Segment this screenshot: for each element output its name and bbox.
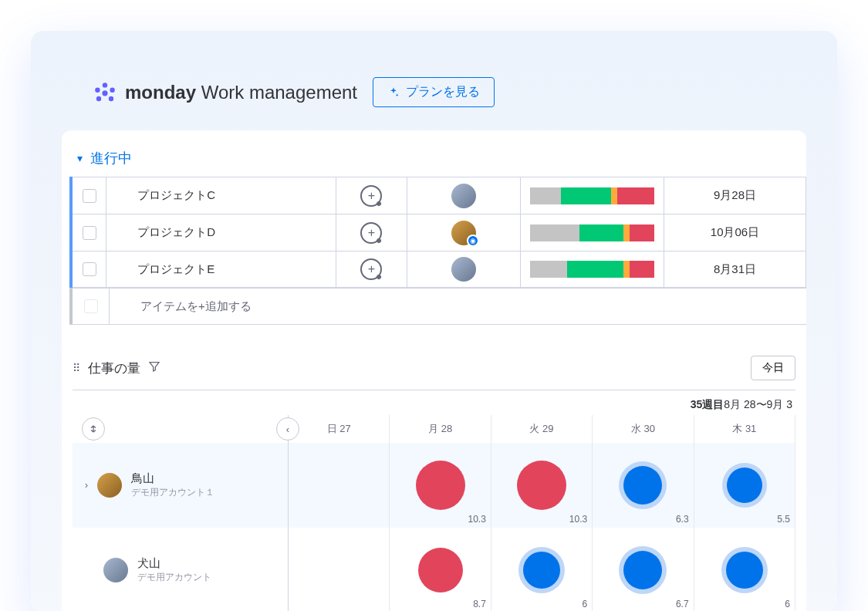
person-cell[interactable]: 犬山 デモ用アカウント (73, 528, 289, 611)
add-comment-icon[interactable]: + (360, 258, 382, 280)
table-row[interactable]: プロジェクトC + 9月28日 (73, 177, 806, 214)
date-cell[interactable]: 9月28日 (664, 177, 806, 214)
workload-row: › 鳥山 デモ用アカウント１ 10.3 10.3 6.3 5.5 (73, 443, 795, 528)
svg-point-3 (96, 96, 101, 100)
person-name: 鳥山 (131, 471, 214, 486)
svg-point-0 (103, 83, 107, 87)
avatar[interactable] (451, 184, 476, 208)
checkbox[interactable] (83, 262, 96, 276)
svg-point-1 (110, 87, 114, 92)
projects-table: プロジェクトC + 9月28日 プロジェクトD + ◉ 10月06日 プロジェク… (69, 177, 806, 288)
bubble-cell[interactable]: 6.3 (593, 443, 694, 528)
bubble-value: 6 (583, 599, 588, 609)
date-header: 火 29 (491, 415, 593, 443)
eye-badge-icon: ◉ (467, 235, 479, 247)
bubble-value: 5.5 (777, 514, 790, 525)
sparkle-icon (387, 86, 400, 99)
checkbox (84, 299, 98, 313)
workload-bubble (418, 548, 463, 592)
workload-bubble (523, 552, 560, 589)
section-title: 進行中 (90, 149, 132, 167)
workload-row: 犬山 デモ用アカウント 8.7 6 6.7 6 (73, 528, 795, 611)
project-name[interactable]: プロジェクトE (106, 251, 336, 287)
date-cell[interactable]: 8月31日 (664, 251, 806, 287)
monday-logo-icon (93, 80, 117, 105)
add-comment-icon[interactable]: + (360, 185, 382, 207)
bubble-cell (289, 528, 390, 611)
drag-handle-icon[interactable]: ⠿ (73, 362, 80, 374)
logo-text: monday Work management (125, 82, 357, 103)
bubble-cell[interactable]: 6 (694, 528, 795, 611)
avatar (103, 558, 128, 582)
date-cell[interactable]: 10月06日 (664, 214, 806, 251)
svg-point-5 (102, 90, 107, 96)
date-header: 月 28 (390, 415, 491, 443)
bubble-cell[interactable]: 6 (491, 528, 593, 611)
bubble-value: 6 (785, 599, 790, 609)
workload-bubble (517, 461, 566, 510)
prev-button[interactable]: ‹ (276, 417, 299, 441)
workload-bubble (726, 552, 763, 589)
table-row[interactable]: プロジェクトD + ◉ 10月06日 (73, 214, 806, 251)
progress-bar[interactable] (521, 177, 664, 214)
week-label: 35週目8月 28〜9月 3 (73, 390, 795, 415)
date-header-row: ‹ 日 27月 28火 29水 30木 31 (73, 415, 795, 443)
date-header: 日 27 (289, 415, 390, 443)
chevron-right-icon[interactable]: › (85, 480, 88, 491)
bubble-cell[interactable]: 5.5 (694, 443, 795, 528)
bubble-cell[interactable]: 8.7 (390, 528, 491, 611)
checkbox[interactable] (83, 226, 96, 240)
avatar[interactable]: ◉ (451, 221, 476, 245)
view-plans-button[interactable]: プランを見る (373, 77, 495, 107)
date-header: 水 30 (593, 415, 694, 443)
workload-header: ⠿ 仕事の量 今日 (73, 356, 795, 390)
workload-bubble (416, 461, 465, 510)
workload-section: ⠿ 仕事の量 今日 35週目8月 28〜9月 3 ‹ 日 (62, 356, 806, 611)
workload-bubble (623, 466, 662, 505)
person-cell[interactable]: › 鳥山 デモ用アカウント１ (73, 443, 289, 528)
person-name: 犬山 (137, 556, 211, 571)
avatar[interactable] (451, 257, 476, 282)
person-sub: デモ用アカウント (137, 571, 211, 584)
chevron-down-icon: ▾ (77, 152, 83, 164)
add-item-label: アイテムを+追加する (110, 289, 356, 324)
progress-bar[interactable] (521, 214, 664, 251)
bubble-value: 6.3 (676, 514, 689, 525)
filter-icon[interactable] (148, 360, 160, 376)
expand-button[interactable] (82, 417, 105, 441)
bubble-value: 10.3 (468, 514, 485, 525)
svg-point-2 (109, 96, 113, 100)
workload-title: 仕事の量 (88, 360, 140, 377)
app-container: monday Work management プランを見る ▾ 進行中 プロジェ… (31, 31, 837, 611)
date-header: 木 31 (694, 415, 795, 443)
bubble-value: 8.7 (473, 599, 486, 609)
bubble-cell[interactable]: 10.3 (491, 443, 593, 528)
project-name[interactable]: プロジェクトC (106, 177, 336, 214)
checkbox[interactable] (83, 189, 96, 203)
add-item-row[interactable]: アイテムを+追加する (69, 288, 806, 325)
workload-title-group: ⠿ 仕事の量 (73, 360, 160, 377)
add-comment-icon[interactable]: + (360, 222, 382, 244)
bubble-cell (289, 443, 390, 528)
today-button[interactable]: 今日 (751, 356, 795, 380)
table-row[interactable]: プロジェクトE + 8月31日 (73, 251, 806, 288)
header: monday Work management プランを見る (62, 77, 806, 107)
bubble-cell[interactable]: 6.7 (593, 528, 694, 611)
workload-bubble (727, 468, 762, 503)
bubble-value: 10.3 (569, 514, 587, 525)
avatar (97, 473, 122, 498)
content-card: ▾ 進行中 プロジェクトC + 9月28日 プロジェクトD + ◉ 10月06日… (62, 130, 806, 611)
progress-bar[interactable] (521, 251, 664, 287)
svg-point-4 (95, 87, 100, 92)
person-sub: デモ用アカウント１ (131, 486, 214, 499)
project-name[interactable]: プロジェクトD (106, 214, 336, 251)
bubble-cell[interactable]: 10.3 (390, 443, 491, 528)
section-header[interactable]: ▾ 進行中 (62, 149, 806, 177)
workload-bubble (623, 551, 662, 589)
logo: monday Work management (93, 80, 357, 105)
bubble-value: 6.7 (676, 599, 689, 609)
